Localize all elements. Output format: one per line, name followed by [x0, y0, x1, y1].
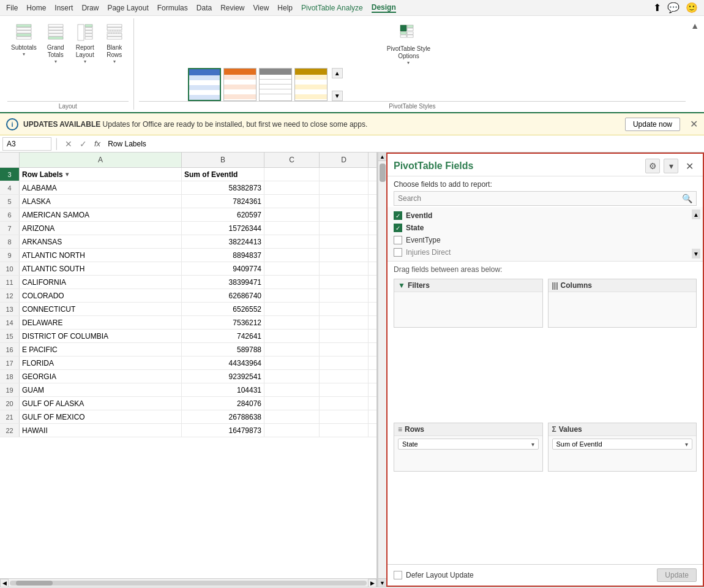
cell-c[interactable]: [264, 383, 320, 396]
cell-b[interactable]: 7536212: [182, 316, 264, 329]
cell-c[interactable]: [264, 356, 320, 369]
menu-draw[interactable]: Draw: [81, 4, 99, 12]
confirm-icon[interactable]: ✓: [77, 139, 89, 149]
cell-c[interactable]: [264, 410, 320, 423]
emoji-icon[interactable]: 🙂: [686, 2, 698, 13]
cell-c[interactable]: [264, 195, 320, 208]
sum-pill-chevron[interactable]: ▾: [685, 441, 688, 448]
cell-a[interactable]: CALIFORNIA: [20, 276, 182, 288]
cell-d[interactable]: [320, 397, 369, 410]
menu-design[interactable]: Design: [372, 3, 396, 13]
menu-home[interactable]: Home: [26, 4, 46, 12]
cell-b[interactable]: 16479873: [182, 424, 264, 437]
values-pill-sum[interactable]: Sum of EventId ▾: [552, 439, 693, 450]
cell-a[interactable]: HAWAII: [20, 424, 182, 437]
menu-file[interactable]: File: [6, 4, 18, 12]
drag-area-values[interactable]: Σ Values Sum of EventId ▾: [545, 420, 697, 564]
cell-c[interactable]: [264, 289, 320, 302]
cell-a[interactable]: AMERICAN SAMOA: [20, 208, 182, 221]
share-icon[interactable]: ⬆: [653, 2, 661, 13]
cell-b[interactable]: 62686740: [182, 289, 264, 302]
cell-b[interactable]: 589788: [182, 343, 264, 356]
update-now-button[interactable]: Update now: [625, 118, 680, 131]
ribbon-collapse[interactable]: ▲: [691, 18, 699, 110]
cell-b[interactable]: 58382873: [182, 181, 264, 194]
cell-b[interactable]: 44343964: [182, 356, 264, 369]
cell-d[interactable]: [320, 410, 369, 423]
vert-scrollbar[interactable]: ▲ ▼: [378, 153, 386, 587]
pivot-close-icon[interactable]: ✕: [682, 159, 697, 173]
menu-data[interactable]: Data: [197, 4, 212, 12]
menu-view[interactable]: View: [253, 4, 269, 12]
cell-c[interactable]: [264, 343, 320, 356]
cell-d[interactable]: [320, 195, 369, 208]
fields-scroll-down[interactable]: ▼: [692, 249, 700, 258]
cell-b[interactable]: 104431: [182, 383, 264, 396]
cell-c[interactable]: [264, 316, 320, 329]
cell-b[interactable]: 9409774: [182, 262, 264, 275]
menu-help[interactable]: Help: [277, 4, 293, 12]
styles-scroll-down[interactable]: ▼: [332, 91, 343, 101]
col-header-b[interactable]: B: [182, 153, 264, 167]
cell-a[interactable]: E PACIFIC: [20, 343, 182, 356]
cell-c[interactable]: [264, 208, 320, 221]
dropdown-arrow[interactable]: ▾: [66, 168, 69, 181]
menu-formulas[interactable]: Formulas: [157, 4, 188, 12]
cell-d[interactable]: [320, 383, 369, 396]
cell-d[interactable]: [320, 330, 369, 342]
styles-scroll-up[interactable]: ▲: [332, 68, 343, 78]
drag-area-filters[interactable]: ▼ Filters: [394, 276, 545, 420]
pivot-style-options-button[interactable]: PivotTable StyleOptions ▾: [139, 21, 678, 68]
style-swatch-1[interactable]: [188, 68, 221, 101]
rows-pill-state[interactable]: State ▾: [398, 439, 539, 450]
eventid-checkbox[interactable]: ✓: [394, 211, 402, 220]
cell-d[interactable]: [320, 235, 369, 248]
cell-c[interactable]: [264, 249, 320, 262]
menu-pagelayout[interactable]: Page Layout: [107, 4, 148, 12]
cell-a[interactable]: CONNECTICUT: [20, 303, 182, 315]
cell-b[interactable]: 620597: [182, 208, 264, 221]
cell-d[interactable]: [320, 262, 369, 275]
cell-c3[interactable]: [264, 168, 320, 181]
cell-b[interactable]: 7824361: [182, 195, 264, 208]
cell-d[interactable]: [320, 289, 369, 302]
scroll-down-btn[interactable]: ▼: [378, 578, 387, 587]
state-pill-chevron[interactable]: ▾: [531, 441, 534, 448]
horiz-scroll-thumb[interactable]: [16, 581, 53, 586]
menu-insert[interactable]: Insert: [54, 4, 73, 12]
horiz-scroll-track[interactable]: [10, 581, 367, 586]
style-swatch-2[interactable]: [223, 68, 257, 101]
cell-a[interactable]: DELAWARE: [20, 316, 182, 329]
cell-c[interactable]: [264, 303, 320, 315]
cell-b[interactable]: 6526552: [182, 303, 264, 315]
eventtype-checkbox[interactable]: [394, 236, 402, 244]
cell-d[interactable]: [320, 249, 369, 262]
menu-review[interactable]: Review: [220, 4, 244, 12]
state-checkbox[interactable]: ✓: [394, 224, 402, 232]
cell-c[interactable]: [264, 424, 320, 437]
cell-c[interactable]: [264, 370, 320, 383]
pivot-dropdown-icon[interactable]: ▾: [664, 159, 678, 173]
cell-d[interactable]: [320, 303, 369, 315]
cell-a[interactable]: COLORADO: [20, 289, 182, 302]
cell-d[interactable]: [320, 316, 369, 329]
comment-icon[interactable]: 💬: [667, 2, 680, 13]
cell-a[interactable]: GULF OF ALASKA: [20, 397, 182, 410]
cell-d[interactable]: [320, 356, 369, 369]
cell-b[interactable]: 8894837: [182, 249, 264, 262]
cell-ref-input[interactable]: [2, 137, 51, 151]
cell-c[interactable]: [264, 235, 320, 248]
cell-c[interactable]: [264, 181, 320, 194]
cell-d[interactable]: [320, 424, 369, 437]
field-item-injuries[interactable]: Injuries Direct: [394, 246, 697, 258]
cell-d[interactable]: [320, 222, 369, 235]
cell-b[interactable]: 284076: [182, 397, 264, 410]
cell-a[interactable]: ATLANTIC SOUTH: [20, 262, 182, 275]
cell-a[interactable]: ALABAMA: [20, 181, 182, 194]
cell-a[interactable]: ATLANTIC NORTH: [20, 249, 182, 262]
drag-area-columns[interactable]: ||| Columns: [545, 276, 697, 420]
cell-a[interactable]: ALASKA: [20, 195, 182, 208]
horiz-scroll-right[interactable]: ▶: [368, 579, 376, 587]
cell-a[interactable]: ARIZONA: [20, 222, 182, 235]
cell-a[interactable]: FLORIDA: [20, 356, 182, 369]
